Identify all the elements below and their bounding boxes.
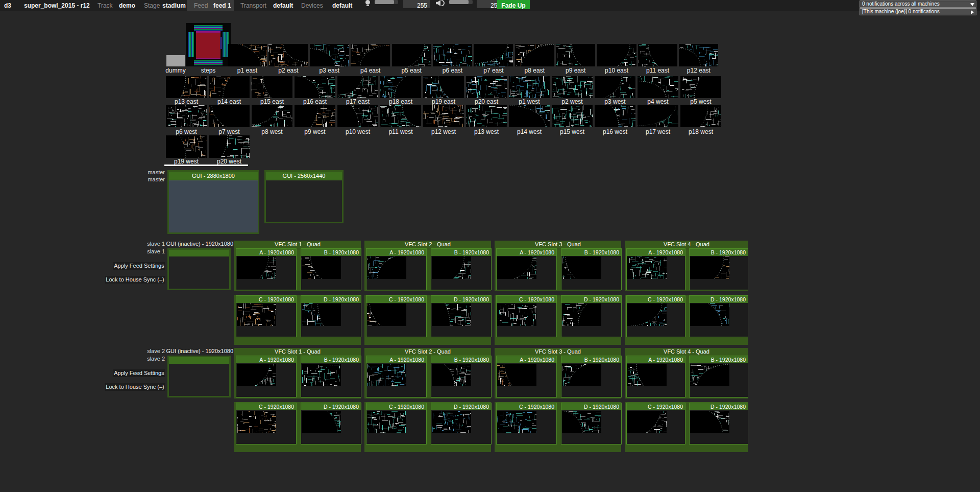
feed-thumb-steps[interactable] xyxy=(186,23,231,66)
lock-house-sync-button[interactable]: Lock to House Sync (–) xyxy=(105,383,165,391)
feed-thumb-p9-east[interactable] xyxy=(556,44,595,66)
output-tile[interactable]: B - 1920x1080 xyxy=(431,356,492,397)
feed-thumb-p15-east[interactable] xyxy=(252,76,292,98)
output-tile[interactable]: B - 1920x1080 xyxy=(301,356,361,397)
devices-menu-value[interactable]: default xyxy=(332,0,352,11)
feed-thumb-p10-west[interactable] xyxy=(337,105,378,127)
output-tile[interactable]: C - 1920x1080 xyxy=(626,403,685,444)
feed-thumb-p6-west[interactable] xyxy=(166,105,207,127)
apply-feed-settings-button[interactable]: Apply Feed Settings xyxy=(113,262,165,270)
feed-thumb-p16-east[interactable] xyxy=(295,76,335,98)
output-tile[interactable]: D - 1920x1080 xyxy=(689,295,748,337)
output-tile[interactable]: B - 1920x1080 xyxy=(301,248,361,290)
output-tile[interactable]: D - 1920x1080 xyxy=(431,295,492,337)
notifications-all-machines[interactable]: 0 notifications across all machines xyxy=(860,1,976,8)
project-title[interactable]: super_bowl_2015 - r12 xyxy=(24,0,90,11)
feed-thumb-p12-west[interactable] xyxy=(423,105,464,127)
feed-thumb-p3-west[interactable] xyxy=(595,76,635,98)
master-gui-head-1[interactable]: GUI - 2880x1800 xyxy=(167,170,259,234)
output-tile-header: C - 1920x1080 xyxy=(627,296,685,303)
output-tile[interactable]: A - 1920x1080 xyxy=(366,356,427,397)
output-tile[interactable]: A - 1920x1080 xyxy=(496,356,557,397)
slave-gui-inactive-box[interactable] xyxy=(167,356,231,397)
feed-thumb-p5-west[interactable] xyxy=(680,76,721,98)
feed-thumb-label: p3 west xyxy=(592,98,638,105)
feed-thumb-p19-east[interactable] xyxy=(423,76,464,98)
output-tile[interactable]: B - 1920x1080 xyxy=(431,248,492,290)
output-tile[interactable]: D - 1920x1080 xyxy=(431,403,492,444)
stage-menu-value[interactable]: stadium xyxy=(162,0,186,11)
slave-gui-inactive-box[interactable] xyxy=(167,248,231,290)
feed-thumb-p14-west[interactable] xyxy=(509,105,550,127)
feed-thumb-p7-east[interactable] xyxy=(474,44,513,66)
output-tile[interactable]: A - 1920x1080 xyxy=(366,248,427,290)
output-tile[interactable]: A - 1920x1080 xyxy=(236,356,297,397)
feed-thumb-p2-east[interactable] xyxy=(268,44,308,66)
feed-thumb-p3-east[interactable] xyxy=(310,44,349,66)
output-tile[interactable]: D - 1920x1080 xyxy=(301,295,361,337)
feed-thumb-p20-west[interactable] xyxy=(209,135,250,158)
feed-thumb-p7-west[interactable] xyxy=(209,105,250,127)
feed-thumb-p1-west[interactable] xyxy=(509,76,550,98)
output-tile[interactable]: C - 1920x1080 xyxy=(236,295,297,337)
output-tile[interactable]: C - 1920x1080 xyxy=(496,295,557,337)
track-menu-value[interactable]: demo xyxy=(119,0,135,11)
feed-thumb-p18-west[interactable] xyxy=(680,105,721,127)
feed-thumb-p18-east[interactable] xyxy=(380,76,421,98)
feed-thumb-p4-east[interactable] xyxy=(351,44,390,66)
feed-thumb-p11-west[interactable] xyxy=(380,105,421,127)
output-tile[interactable]: D - 1920x1080 xyxy=(301,403,361,444)
output-tile[interactable]: C - 1920x1080 xyxy=(366,295,427,337)
lock-house-sync-button[interactable]: Lock to House Sync (–) xyxy=(105,276,165,284)
feed-thumb-p14-east[interactable] xyxy=(209,76,250,98)
feed-thumb-p17-east[interactable] xyxy=(337,76,378,98)
output-tile[interactable]: C - 1920x1080 xyxy=(496,403,557,444)
output-tile[interactable]: A - 1920x1080 xyxy=(496,248,557,290)
output-tile[interactable]: A - 1920x1080 xyxy=(626,248,685,290)
feed-thumb-p16-west[interactable] xyxy=(595,105,635,127)
feed-thumb-p5-east[interactable] xyxy=(392,44,431,66)
feed-thumb-p6-east[interactable] xyxy=(433,44,472,66)
output-tile[interactable]: A - 1920x1080 xyxy=(626,356,685,397)
feed-thumb-p8-east[interactable] xyxy=(515,44,554,66)
feed-strip-scrollbar[interactable] xyxy=(164,165,248,166)
notifications-this-machine[interactable]: [This machine (joe)] 0 notifications xyxy=(860,8,976,15)
output-tile-header: A - 1920x1080 xyxy=(236,249,296,256)
feed-thumb-p11-east[interactable] xyxy=(638,44,677,66)
apply-feed-settings-button[interactable]: Apply Feed Settings xyxy=(113,369,165,377)
feed-thumb-p8-west[interactable] xyxy=(252,105,292,127)
feed-thumb-p19-west[interactable] xyxy=(166,135,207,158)
output-tile[interactable]: B - 1920x1080 xyxy=(561,248,622,290)
output-tile[interactable]: C - 1920x1080 xyxy=(626,295,685,337)
feed-thumb-p10-east[interactable] xyxy=(597,44,636,66)
output-tile[interactable]: B - 1920x1080 xyxy=(689,248,748,290)
feed-menu-value[interactable]: feed 1 xyxy=(213,0,231,11)
output-tile[interactable]: D - 1920x1080 xyxy=(561,295,622,337)
feed-thumb-p1-east[interactable] xyxy=(228,44,267,66)
output-tile[interactable]: D - 1920x1080 xyxy=(689,403,748,444)
output-tile[interactable]: A - 1920x1080 xyxy=(236,248,297,290)
d3-logo[interactable]: d3 xyxy=(4,0,11,11)
transport-menu-value[interactable]: default xyxy=(273,0,293,11)
feed-thumb-p13-west[interactable] xyxy=(466,105,507,127)
feed-thumb-p17-west[interactable] xyxy=(638,105,678,127)
feed-thumb-p4-west[interactable] xyxy=(638,76,678,98)
feed-thumb-p9-west[interactable] xyxy=(295,105,335,127)
output-tile[interactable]: C - 1920x1080 xyxy=(236,403,297,444)
volume-slider[interactable] xyxy=(449,0,473,4)
fade-up-button[interactable]: Fade Up xyxy=(497,0,530,9)
brightness-value[interactable]: 255 xyxy=(403,0,430,8)
master-gui-head-2[interactable]: GUI - 2560x1440 xyxy=(264,170,344,223)
feed-thumb-p20-east[interactable] xyxy=(466,76,507,98)
output-tile[interactable]: C - 1920x1080 xyxy=(366,403,427,444)
output-tile[interactable]: B - 1920x1080 xyxy=(561,356,622,397)
output-tile[interactable]: D - 1920x1080 xyxy=(561,403,622,444)
brightness-slider[interactable] xyxy=(375,0,398,4)
feed-thumb-p15-west[interactable] xyxy=(552,105,593,127)
feed-thumb-dummy[interactable] xyxy=(166,55,185,66)
feed-thumb-p13-east[interactable] xyxy=(166,76,207,98)
output-tile[interactable]: B - 1920x1080 xyxy=(689,356,748,397)
feed-thumb-p12-east[interactable] xyxy=(679,44,718,66)
vfc-slot-title: VFC Slot 1 - Quad xyxy=(234,241,361,248)
feed-thumb-p2-west[interactable] xyxy=(552,76,593,98)
